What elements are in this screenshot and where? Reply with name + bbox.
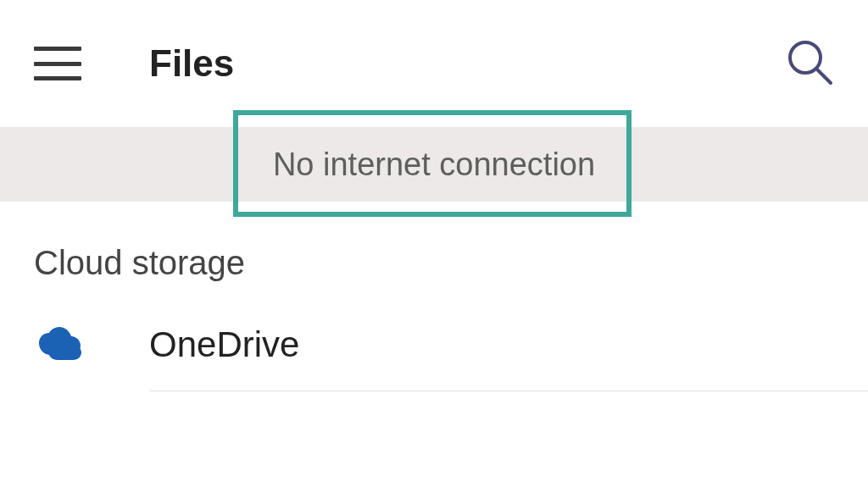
list-divider (149, 390, 868, 391)
section-header: Cloud storage (0, 202, 868, 299)
page-title: Files (149, 42, 234, 85)
connection-banner: No internet connection (0, 127, 868, 202)
onedrive-icon (34, 324, 88, 365)
banner-message: No internet connection (273, 147, 595, 183)
storage-item-label: OneDrive (149, 324, 299, 365)
search-icon[interactable] (785, 37, 834, 90)
menu-icon[interactable] (34, 47, 81, 80)
storage-item-onedrive[interactable]: OneDrive (0, 299, 868, 390)
svg-line-1 (816, 69, 831, 83)
app-header: Files (0, 0, 868, 127)
